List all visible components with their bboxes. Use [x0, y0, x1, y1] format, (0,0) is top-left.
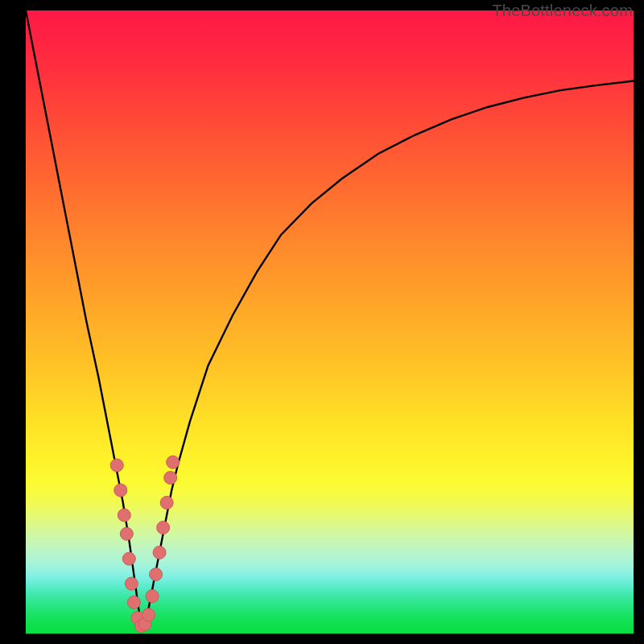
curve-marker — [114, 484, 127, 497]
curve-marker — [127, 596, 140, 609]
curve-marker — [120, 527, 133, 540]
curve-marker — [122, 552, 135, 565]
curve-marker — [142, 609, 155, 621]
curve-marker — [146, 590, 159, 603]
plot-area — [26, 10, 634, 634]
curve-marker — [160, 496, 173, 509]
curve-marker — [164, 472, 177, 485]
curve-marker — [110, 459, 123, 472]
curve-markers — [110, 456, 179, 633]
bottleneck-curve — [26, 10, 634, 627]
curve-marker — [118, 509, 130, 522]
curve-marker — [157, 521, 170, 534]
chart-stage: TheBottleneck.com — [0, 0, 644, 644]
curve-marker — [150, 568, 163, 580]
curve-marker — [125, 577, 138, 590]
curve-layer — [26, 10, 634, 634]
watermark-text: TheBottleneck.com — [492, 2, 633, 20]
curve-marker — [167, 456, 180, 469]
curve-marker — [153, 546, 166, 559]
